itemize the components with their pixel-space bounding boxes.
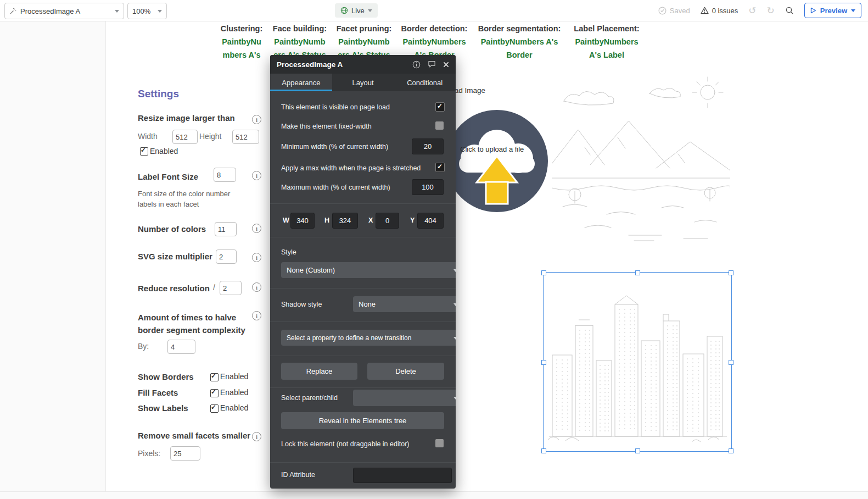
status-value-line: PaintbyNumbers [556,35,658,48]
selection-handle-nw[interactable] [541,270,546,275]
reveal-in-elements-tree-button[interactable]: Reveal in the Elements tree [281,412,444,429]
selection-handle-ne[interactable] [729,270,733,275]
property-editor-panel: ProcessedImage A Appearance Layout Condi… [270,55,456,489]
enabled-label: Enabled [220,403,248,412]
editor-toolbar: ProcessedImage A 100% Live Saved [0,0,868,21]
fill-facets-label: Fill Facets [138,388,178,397]
preview-button[interactable]: Preview [804,3,861,18]
resize-height-input[interactable] [232,130,259,144]
resize-enabled-checkbox[interactable] [140,147,148,156]
chevron-down-icon [453,303,456,306]
undo-icon[interactable] [748,6,756,15]
visible-on-load-checkbox[interactable] [435,102,445,112]
remove-small-facets-input[interactable] [170,446,200,461]
info-icon[interactable] [252,432,261,441]
style-dropdown[interactable]: None (Custom) [281,262,456,278]
max-width-input[interactable] [412,179,444,195]
bubble-editor: ProcessedImage A 100% Live Saved [0,0,868,499]
info-icon[interactable] [252,253,261,262]
info-icon[interactable] [252,282,261,292]
tab-conditional[interactable]: Conditional [394,74,456,91]
status-title: Label Placement: [556,22,658,35]
upload-dropzone[interactable] [446,110,548,212]
transition-placeholder: Select a property to define a new transi… [287,334,411,342]
preview-label: Preview [820,7,847,15]
halve-complexity-input[interactable] [167,340,195,354]
element-selector-dropdown[interactable]: ProcessedImage A [4,3,124,19]
x-input[interactable] [376,213,399,229]
y-label: Y [410,217,415,224]
selection-handle-w[interactable] [541,360,546,365]
pixels-label: Pixels: [138,449,160,458]
selection-handle-e[interactable] [729,360,733,365]
reduce-resolution-input[interactable] [220,281,242,295]
property-editor-titlebar[interactable]: ProcessedImage A [270,55,456,74]
info-icon[interactable] [252,311,261,320]
settings-heading: Settings [138,88,179,100]
resize-label: Resize image larger than [138,113,235,123]
info-icon[interactable] [252,224,261,233]
fixed-width-checkbox[interactable] [435,121,444,130]
resize-width-input[interactable] [172,130,198,144]
lock-element-checkbox[interactable] [435,439,444,447]
show-labels-label: Show Labels [138,403,188,413]
height-input[interactable] [332,213,358,229]
min-width-input[interactable] [412,138,444,154]
show-borders-label: Show Borders [138,372,194,381]
search-icon[interactable] [785,6,794,15]
parent-child-dropdown[interactable] [353,390,456,406]
selection-handle-se[interactable] [729,448,733,453]
globe-icon [340,7,348,14]
number-of-colors-input[interactable] [215,222,237,236]
label-font-size-input[interactable] [214,168,236,182]
transition-dropdown[interactable]: Select a property to define a new transi… [281,330,456,346]
comment-icon[interactable] [428,60,436,68]
info-icon[interactable] [252,115,261,124]
redo-icon[interactable] [767,6,775,15]
upload-cloud-icon [446,110,548,212]
close-icon[interactable] [443,62,449,68]
chevron-down-icon [158,10,162,13]
max-width-toggle-checkbox[interactable] [435,163,445,172]
width-input[interactable] [290,213,315,229]
landscape-line-art [552,70,730,250]
chevron-down-icon [115,10,119,13]
upload-cta-text[interactable]: Click to upload a file [460,145,524,153]
saved-status: Saved [658,7,690,15]
info-icon[interactable] [252,171,261,180]
svg-size-multiplier-input[interactable] [216,250,237,264]
issues-button[interactable]: 0 issues [701,7,738,15]
live-version-dropdown[interactable]: Live [335,3,378,18]
city-line-art [544,273,731,451]
replace-button[interactable]: Replace [281,363,357,380]
tab-layout[interactable]: Layout [332,74,394,91]
lock-element-label: Lock this element (not draggable in edit… [281,440,409,448]
fill-facets-checkbox[interactable] [210,389,219,397]
y-input[interactable] [417,213,444,229]
show-labels-checkbox[interactable] [210,404,219,413]
property-editor-tabs: Appearance Layout Conditional [270,74,456,91]
selection-handle-s[interactable] [635,448,640,453]
selection-handle-sw[interactable] [541,448,546,453]
tab-appearance[interactable]: Appearance [270,74,332,91]
id-attribute-input[interactable] [353,468,452,483]
property-editor-title: ProcessedImage A [277,60,343,69]
toolbar-right-cluster: Saved 0 issues Preview [658,0,861,21]
fixed-width-label: Make this element fixed-width [281,123,372,130]
divider [270,321,456,322]
divider [270,356,456,356]
delete-button[interactable]: Delete [367,363,444,380]
selection-handle-n[interactable] [635,270,640,275]
zoom-dropdown[interactable]: 100% [127,3,167,19]
info-icon[interactable] [412,60,421,69]
shadow-style-dropdown[interactable]: None [353,296,456,312]
zoom-value: 100% [132,7,150,15]
show-borders-checkbox[interactable] [210,373,219,381]
divider [270,387,456,388]
svg-size-multiplier-label: SVG size multiplier [138,252,212,261]
processed-image-landscape[interactable] [552,70,730,250]
processed-image-city-selected[interactable] [544,273,731,451]
enabled-label: Enabled [220,372,248,381]
reduce-resolution-label: Reduce resolution [138,284,210,293]
width-label: Width [138,132,158,141]
